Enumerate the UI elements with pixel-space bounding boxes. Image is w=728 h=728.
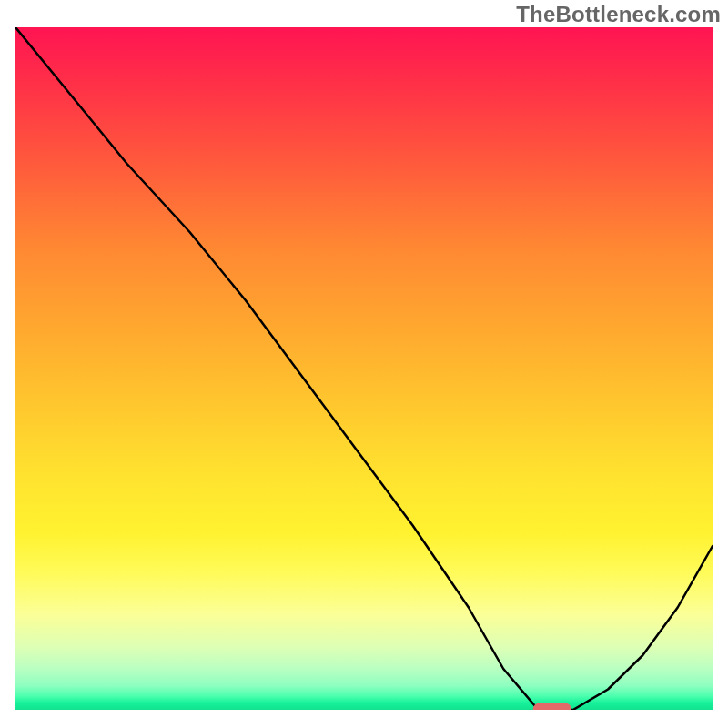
bottleneck-curve: [15, 27, 713, 710]
watermark-text: TheBottleneck.com: [516, 2, 721, 27]
chart-stage: TheBottleneck.com: [0, 0, 728, 728]
optimal-marker: [533, 703, 571, 711]
curve-layer: [15, 27, 713, 710]
plot-area: [15, 27, 713, 710]
